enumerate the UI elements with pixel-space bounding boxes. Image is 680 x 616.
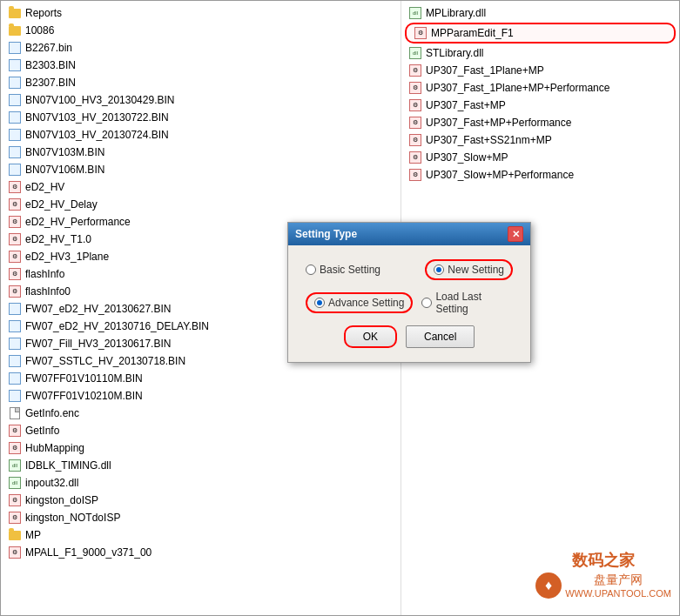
- bin-icon: [8, 145, 22, 159]
- radio-basic-setting[interactable]: Basic Setting: [306, 264, 416, 276]
- list-item[interactable]: ⚙ kingston_doISP: [1, 492, 401, 509]
- list-item[interactable]: BN07V100_HV3_20130429.BIN: [1, 91, 401, 109]
- cancel-button[interactable]: Cancel: [406, 325, 475, 348]
- radio-label-new: New Setting: [448, 264, 504, 276]
- app-icon: ⚙: [8, 180, 22, 194]
- list-item[interactable]: BN07V103_HV_20130724.BIN: [1, 126, 401, 144]
- bin-icon: [8, 41, 22, 55]
- ok-button[interactable]: OK: [344, 325, 397, 348]
- list-item[interactable]: FW07FF01V10110M.BIN: [1, 370, 401, 387]
- list-item[interactable]: dll inpout32.dll: [1, 474, 401, 492]
- radio-advance-setting[interactable]: Advance Setting: [314, 297, 404, 309]
- bin-icon: [8, 58, 22, 72]
- app-icon: ⚙: [408, 81, 422, 95]
- radio-label-load: Load Last Setting: [435, 291, 513, 315]
- list-item[interactable]: MP: [1, 526, 401, 544]
- folder-icon: [8, 6, 22, 20]
- list-item[interactable]: 10086: [1, 22, 401, 39]
- list-item[interactable]: FW07FF01V10210M.BIN: [1, 387, 401, 405]
- folder-icon: [8, 23, 22, 37]
- app-icon: ⚙: [8, 493, 22, 507]
- watermark: 数码之家 ♦ 盘量产网 WWW.UPANTOOL.COM: [535, 550, 671, 599]
- app-icon: ⚙: [8, 424, 22, 438]
- list-item[interactable]: ⚙ UP307_Slow+MP: [401, 149, 679, 166]
- radio-circle-advance: [314, 298, 325, 308]
- bin-icon: [8, 76, 22, 90]
- list-item[interactable]: B2267.bin: [1, 39, 401, 57]
- list-item[interactable]: ⚙ UP307_Fast_1Plane+MP: [401, 62, 679, 79]
- app-icon: ⚙: [8, 198, 22, 211]
- list-item[interactable]: ⚙ UP307_Fast_1Plane+MP+Performance: [401, 79, 679, 97]
- bin-icon: [8, 110, 22, 124]
- radio-circle-load: [421, 298, 432, 308]
- dll-icon: dll: [408, 46, 422, 60]
- main-window: Reports 10086 B2267.bin B2303.BIN B2307.…: [0, 0, 680, 616]
- list-item[interactable]: ⚙ eD2_HV_Delay: [1, 196, 401, 213]
- setting-type-dialog: Setting Type ✕ Basic Setting New Setting: [287, 222, 531, 363]
- file-icon: [8, 406, 22, 420]
- list-item[interactable]: ⚙ GetInfo: [1, 422, 401, 439]
- dll-icon: dll: [408, 6, 422, 20]
- watermark-icon: ♦: [535, 572, 562, 599]
- list-item[interactable]: GetInfo.enc: [1, 405, 401, 422]
- bin-icon: [8, 354, 22, 368]
- app-icon: ⚙: [408, 151, 422, 164]
- list-item[interactable]: ⚙ kingston_NOTdoISP: [1, 509, 401, 526]
- app-icon: ⚙: [408, 116, 422, 130]
- list-item[interactable]: B2303.BIN: [1, 57, 401, 74]
- dll-icon: dll: [8, 476, 22, 490]
- app-icon: ⚙: [8, 511, 22, 525]
- folder-icon: [8, 528, 22, 542]
- app-icon: ⚙: [8, 215, 22, 229]
- dll-icon: dll: [8, 459, 22, 472]
- app-icon: ⚙: [8, 232, 22, 246]
- radio-circle-new: [434, 264, 444, 275]
- app-icon: ⚙: [8, 285, 22, 298]
- app-icon: ⚙: [408, 64, 422, 77]
- app-icon: ⚙: [408, 98, 422, 112]
- list-item[interactable]: BN07V103M.BIN: [1, 144, 401, 161]
- list-item[interactable]: ⚙ UP307_Fast+MP: [401, 97, 679, 114]
- bin-icon: [8, 337, 22, 351]
- dialog-options-row1: Basic Setting New Setting: [306, 259, 513, 280]
- bin-icon: [8, 389, 22, 403]
- radio-new-setting[interactable]: New Setting: [434, 264, 504, 276]
- list-item[interactable]: ⚙ HubMapping: [1, 439, 401, 457]
- dialog-buttons: OK Cancel: [306, 325, 513, 348]
- list-item[interactable]: Reports: [1, 4, 401, 22]
- dialog-body: Basic Setting New Setting Advance Sett: [288, 245, 530, 362]
- app-icon: ⚙: [414, 26, 428, 40]
- bin-icon: [8, 128, 22, 142]
- app-icon: ⚙: [8, 267, 22, 281]
- bin-icon: [8, 302, 22, 316]
- radio-label-basic: Basic Setting: [320, 264, 380, 276]
- list-item[interactable]: dll IDBLK_TIMING.dll: [1, 457, 401, 474]
- app-icon: ⚙: [408, 168, 422, 182]
- app-icon: ⚙: [408, 133, 422, 147]
- bin-icon: [8, 163, 22, 177]
- radio-circle-basic: [306, 264, 316, 275]
- list-item[interactable]: BN07V106M.BIN: [1, 161, 401, 178]
- list-item[interactable]: ⚙ UP307_Slow+MP+Performance: [401, 166, 679, 184]
- bin-icon: [8, 319, 22, 333]
- list-item[interactable]: ⚙ UP307_Fast+MP+Performance: [401, 114, 679, 131]
- radio-label-advance: Advance Setting: [328, 297, 404, 309]
- app-icon: ⚙: [8, 250, 22, 264]
- app-icon: ⚙: [8, 546, 22, 559]
- list-item-mpparam[interactable]: ⚙ MPParamEdit_F1: [407, 24, 674, 42]
- dialog-title: Setting Type: [295, 228, 357, 240]
- list-item[interactable]: dll STLibrary.dll: [401, 44, 679, 62]
- list-item[interactable]: BN07V103_HV_20130722.BIN: [1, 109, 401, 126]
- list-item[interactable]: B2307.BIN: [1, 74, 401, 91]
- dialog-options-row2: Advance Setting Load Last Setting: [306, 291, 513, 315]
- app-icon: ⚙: [8, 441, 22, 455]
- list-item[interactable]: ⚙ eD2_HV: [1, 178, 401, 196]
- list-item[interactable]: dll MPLibrary.dll: [401, 4, 679, 22]
- radio-load-last[interactable]: Load Last Setting: [421, 291, 513, 315]
- list-item[interactable]: ⚙ MPALL_F1_9000_v371_00: [1, 544, 401, 561]
- bin-icon: [8, 93, 22, 107]
- list-item[interactable]: ⚙ UP307_Fast+SS21nm+MP: [401, 131, 679, 149]
- bin-icon: [8, 372, 22, 385]
- dialog-close-button[interactable]: ✕: [508, 226, 523, 242]
- dialog-titlebar: Setting Type ✕: [288, 223, 530, 245]
